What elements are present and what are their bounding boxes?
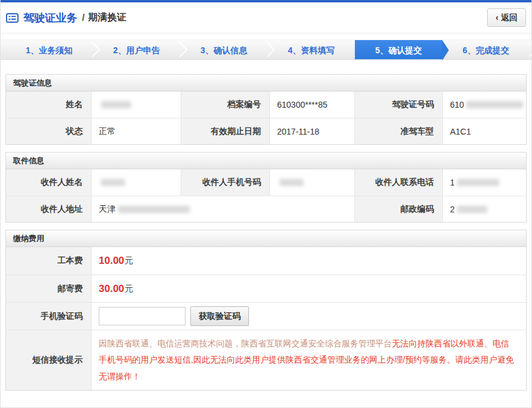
fees-section: 缴纳费用 工本费 10.00 元 邮寄费 30.00 元 手机验证码 获取验证码… bbox=[5, 230, 527, 391]
vehicle-class-label: 准驾车型 bbox=[354, 118, 442, 144]
recipient-name-value bbox=[91, 169, 181, 196]
step-label: 1、业务须知 bbox=[26, 45, 72, 55]
table-row: 工本费 10.00 元 bbox=[6, 247, 526, 275]
license-no-value: 610 bbox=[442, 92, 526, 118]
step-tab-5-active[interactable]: 5、确认提交 bbox=[355, 40, 442, 59]
file-no-label: 档案编号 bbox=[181, 92, 269, 118]
valid-until-value: 2017-11-18 bbox=[269, 118, 354, 144]
recipient-mobile-label: 收件人手机号码 bbox=[181, 169, 269, 196]
fee-unit: 元 bbox=[125, 284, 133, 294]
license-no-label: 驾驶证号码 bbox=[354, 92, 442, 118]
recipient-phone-label: 收件人联系电话 bbox=[354, 169, 442, 196]
postage-fee-label: 邮寄费 bbox=[6, 275, 91, 302]
redacted-prefix: 天津 bbox=[99, 204, 115, 215]
production-fee-value: 10.00 元 bbox=[91, 247, 526, 275]
redaction-blur bbox=[118, 206, 190, 213]
table-row: 姓名 档案编号 610300****85 驾驶证号码 610 bbox=[6, 92, 526, 118]
breadcrumb-current: 期满换证 bbox=[88, 11, 126, 24]
step-tab-2[interactable]: 2、用户申告 bbox=[93, 40, 180, 59]
sms-note-label: 短信接收提示 bbox=[6, 330, 91, 390]
get-code-button[interactable]: 获取验证码 bbox=[190, 306, 249, 326]
status-value: 正常 bbox=[91, 118, 181, 144]
redacted-prefix: 2 bbox=[450, 205, 455, 214]
license-info-section: 驾驶证信息 姓名 档案编号 610300****85 驾驶证号码 610 状态 … bbox=[5, 74, 527, 145]
step-label: 5、确认提交 bbox=[375, 45, 422, 55]
back-label: 返回 bbox=[501, 13, 518, 22]
name-label: 姓名 bbox=[6, 92, 91, 118]
page-header: 驾驶证业务 / 期满换证 ‹返回 bbox=[1, 2, 531, 34]
step-label: 6、完成提交 bbox=[463, 45, 509, 55]
recipient-mobile-value bbox=[269, 169, 354, 196]
fee-unit: 元 bbox=[125, 255, 133, 266]
step-tab-3[interactable]: 3、确认信息 bbox=[180, 40, 267, 59]
table-row: 邮寄费 30.00 元 bbox=[6, 275, 526, 302]
postage-fee-value: 30.00 元 bbox=[91, 275, 526, 302]
page-title: 驾驶证业务 bbox=[23, 11, 77, 25]
step-tab-4[interactable]: 4、资料填写 bbox=[267, 40, 355, 59]
step-separator-chevron-icon bbox=[522, 42, 532, 57]
step-wizard-bar: 1、业务须知 2、用户申告 3、确认信息 4、资料填写 5、确认提交 6、完成提… bbox=[1, 39, 531, 60]
sms-code-field: 获取验证码 bbox=[91, 303, 526, 330]
sms-code-label: 手机验证码 bbox=[6, 303, 91, 330]
back-button[interactable]: ‹返回 bbox=[487, 8, 526, 27]
recipient-name-label: 收件人姓名 bbox=[6, 169, 91, 196]
pickup-info-section: 取件信息 收件人姓名 收件人手机号码 收件人联系电话 1 收件人地址 天津 bbox=[5, 152, 527, 223]
file-no-value: 610300****85 bbox=[269, 92, 354, 118]
page: 驾驶证业务 / 期满换证 ‹返回 1、业务须知 2、用户申告 3、确认信息 4、… bbox=[0, 0, 532, 408]
redaction-blur bbox=[101, 179, 125, 186]
valid-until-label: 有效期止日期 bbox=[181, 118, 269, 144]
section-title: 驾驶证信息 bbox=[6, 75, 526, 92]
table-row: 收件人地址 天津 邮政编码 2 bbox=[6, 196, 526, 222]
step-tab-1[interactable]: 1、业务须知 bbox=[5, 40, 93, 59]
breadcrumb-separator: / bbox=[82, 13, 84, 23]
redaction-blur bbox=[101, 101, 131, 108]
redaction-blur bbox=[466, 101, 523, 108]
fee-amount: 30.00 bbox=[99, 283, 124, 295]
step-label: 3、确认信息 bbox=[200, 45, 247, 55]
postal-code-value: 2 bbox=[442, 196, 526, 222]
redaction-blur bbox=[457, 206, 487, 213]
section-title: 取件信息 bbox=[6, 153, 526, 169]
sms-code-input[interactable] bbox=[99, 307, 186, 325]
production-fee-label: 工本费 bbox=[6, 247, 91, 275]
sms-note-intro: 因陕西省联通、电信运营商技术问题，陕西省互联网交通安全综合服务管理平台 bbox=[99, 339, 392, 348]
table-row: 手机验证码 获取验证码 bbox=[6, 302, 526, 330]
step-label: 2、用户申告 bbox=[113, 45, 160, 55]
footer-actions: 上一步 完成 bbox=[1, 391, 531, 408]
vehicle-class-value: A1C1 bbox=[442, 118, 526, 144]
postal-code-label: 邮政编码 bbox=[354, 196, 442, 222]
step-tab-6[interactable]: 6、完成提交 bbox=[442, 40, 530, 59]
section-title: 缴纳费用 bbox=[6, 230, 526, 247]
fee-amount: 10.00 bbox=[99, 255, 124, 267]
recipient-phone-value: 1 bbox=[442, 169, 526, 196]
back-chevron-icon: ‹ bbox=[495, 13, 498, 22]
table-row: 收件人姓名 收件人手机号码 收件人联系电话 1 bbox=[6, 169, 526, 196]
table-row: 状态 正常 有效期止日期 2017-11-18 准驾车型 A1C1 bbox=[6, 118, 526, 144]
table-row: 短信接收提示 因陕西省联通、电信运营商技术问题，陕西省互联网交通安全综合服务管理… bbox=[6, 330, 526, 390]
recipient-address-value: 天津 bbox=[91, 196, 354, 222]
name-value bbox=[91, 92, 181, 118]
redacted-prefix: 610 bbox=[450, 100, 464, 109]
step-label: 4、资料填写 bbox=[288, 45, 335, 55]
redaction-blur bbox=[457, 179, 499, 186]
sms-note-value: 因陕西省联通、电信运营商技术问题，陕西省互联网交通安全综合服务管理平台无法向持陕… bbox=[91, 330, 526, 390]
redaction-blur bbox=[279, 179, 303, 186]
redacted-prefix: 1 bbox=[450, 178, 455, 187]
license-card-icon bbox=[6, 13, 19, 23]
status-label: 状态 bbox=[6, 118, 91, 144]
recipient-address-label: 收件人地址 bbox=[6, 196, 91, 222]
